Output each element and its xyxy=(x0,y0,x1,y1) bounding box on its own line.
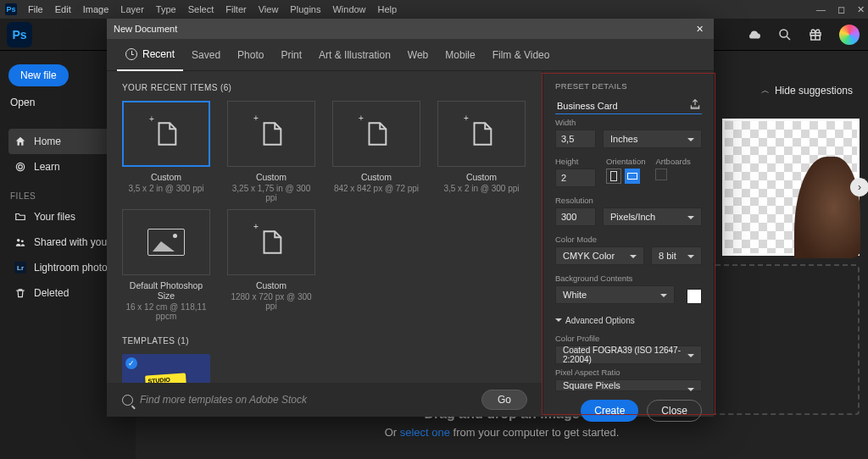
save-preset-icon[interactable] xyxy=(688,97,702,111)
nav-learn-label: Learn xyxy=(34,161,60,173)
orientation-portrait[interactable] xyxy=(606,169,621,184)
tab-art[interactable]: Art & Illustration xyxy=(310,39,399,71)
resolution-unit-select[interactable]: Pixels/Inch xyxy=(603,207,702,226)
artboards-checkbox[interactable] xyxy=(655,169,667,180)
create-button[interactable]: Create xyxy=(581,400,638,422)
preset-title: Custom xyxy=(122,172,210,182)
color-profile-label: Color Profile xyxy=(555,334,702,343)
search-icon[interactable] xyxy=(776,26,793,43)
menu-file[interactable]: File xyxy=(22,4,49,14)
template-search-go-button[interactable]: Go xyxy=(481,390,527,410)
resolution-input[interactable] xyxy=(555,207,596,226)
svg-point-5 xyxy=(17,239,20,242)
menu-filter[interactable]: Filter xyxy=(220,4,252,14)
templates-heading: TEMPLATES (1) xyxy=(122,336,534,346)
suggestion-thumbnail[interactable]: › xyxy=(722,119,860,256)
height-input[interactable] xyxy=(555,169,596,187)
window-maximize-icon[interactable]: ◻ xyxy=(837,4,845,15)
recent-preset-3[interactable]: +Custom3,5 x 2 in @ 300 ppi xyxy=(437,101,526,202)
color-mode-select[interactable]: CMYK Color xyxy=(555,246,644,265)
dialog-title: New Document xyxy=(114,24,177,34)
window-controls: — ◻ ✕ xyxy=(816,0,865,19)
color-profile-select[interactable]: Coated FOGRA39 (ISO 12647-2:2004) xyxy=(555,346,702,364)
dialog-close-icon[interactable]: ✕ xyxy=(692,21,707,36)
files-deleted-label: Deleted xyxy=(34,287,69,299)
tab-film[interactable]: Film & Video xyxy=(484,39,559,71)
background-swatch[interactable] xyxy=(687,289,702,304)
svg-point-6 xyxy=(21,240,24,242)
ps-mini-icon: Ps xyxy=(5,3,17,15)
dialog-titlebar: New Document ✕ xyxy=(107,19,714,39)
gift-icon[interactable] xyxy=(807,26,824,43)
user-avatar[interactable] xyxy=(839,25,860,45)
menu-edit[interactable]: Edit xyxy=(49,4,77,14)
artboards-label: Artboards xyxy=(655,157,690,166)
os-menubar: Ps File Edit Image Layer Type Select Fil… xyxy=(0,0,868,19)
width-unit-select[interactable]: Inches xyxy=(603,130,702,148)
document-preset-icon xyxy=(362,119,391,148)
bit-depth-select[interactable]: 8 bit xyxy=(651,246,702,265)
orientation-landscape[interactable] xyxy=(625,169,640,184)
color-mode-label: Color Mode xyxy=(555,235,702,244)
recent-preset-5[interactable]: +Custom1280 x 720 px @ 300 ppi xyxy=(227,209,315,321)
tab-photo[interactable]: Photo xyxy=(229,39,272,71)
image-preset-icon xyxy=(147,229,185,256)
window-minimize-icon[interactable]: — xyxy=(816,4,826,14)
menu-window[interactable]: Window xyxy=(326,4,371,14)
advanced-options-toggle[interactable]: Advanced Options xyxy=(555,316,702,325)
menu-plugins[interactable]: Plugins xyxy=(284,4,326,14)
pixel-aspect-label: Pixel Aspect Ratio xyxy=(555,368,702,377)
background-select[interactable]: White xyxy=(555,285,675,304)
new-file-button[interactable]: New file xyxy=(8,64,69,86)
tab-web[interactable]: Web xyxy=(399,39,437,71)
menu-help[interactable]: Help xyxy=(372,4,403,14)
preset-subtitle: 3,25 x 1,75 in @ 300 ppi xyxy=(227,184,315,202)
height-label: Height xyxy=(555,157,596,166)
recent-preset-1[interactable]: +Custom3,25 x 1,75 in @ 300 ppi xyxy=(227,101,315,202)
recent-preset-0[interactable]: +Custom3,5 x 2 in @ 300 ppi xyxy=(122,101,210,202)
menu-image[interactable]: Image xyxy=(77,4,115,14)
close-button[interactable]: Close xyxy=(647,400,702,422)
recent-items-grid: +Custom3,5 x 2 in @ 300 ppi+Custom3,25 x… xyxy=(122,101,534,321)
tab-print[interactable]: Print xyxy=(272,39,310,71)
cloud-icon[interactable] xyxy=(746,26,763,43)
recent-preset-2[interactable]: +Custom842 x 842 px @ 72 ppi xyxy=(332,101,420,202)
tab-saved[interactable]: Saved xyxy=(183,39,229,71)
menu-view[interactable]: View xyxy=(253,4,285,14)
width-input[interactable] xyxy=(555,130,596,148)
preset-subtitle: 16 x 12 cm @ 118,11 ppcm xyxy=(122,302,210,321)
recent-preset-4[interactable]: Default Photoshop Size16 x 12 cm @ 118,1… xyxy=(122,209,210,321)
shared-icon xyxy=(14,235,27,249)
dialog-tabs: Recent Saved Photo Print Art & Illustrat… xyxy=(107,39,714,71)
hide-suggestions-label: Hide suggestions xyxy=(775,85,853,97)
preset-subtitle: 842 x 842 px @ 72 ppi xyxy=(332,184,420,193)
template-search-placeholder: Find more templates on Adobe Stock xyxy=(140,394,307,406)
tab-recent[interactable]: Recent xyxy=(117,39,183,71)
pixel-aspect-select[interactable]: Square Pixels xyxy=(555,379,702,391)
svg-point-0 xyxy=(780,30,787,37)
svg-point-3 xyxy=(19,165,23,169)
preset-subtitle: 1280 x 720 px @ 300 ppi xyxy=(227,292,315,311)
search-magnifier-icon xyxy=(122,395,133,406)
template-business-card[interactable]: ✓ STUDIO NAME xyxy=(122,354,210,383)
preset-title: Custom xyxy=(227,280,315,290)
files-your-files-label: Your files xyxy=(34,211,75,223)
preset-title: Default Photoshop Size xyxy=(122,280,210,301)
home-icon xyxy=(14,135,27,148)
hide-suggestions-button[interactable]: ︿ Hide suggestions xyxy=(761,85,853,97)
window-close-icon[interactable]: ✕ xyxy=(857,4,865,15)
document-preset-icon xyxy=(257,228,286,257)
tab-mobile[interactable]: Mobile xyxy=(437,39,483,71)
select-one-link[interactable]: select one xyxy=(400,426,450,439)
templates-grid: ✓ STUDIO NAME xyxy=(122,354,534,383)
document-preset-icon xyxy=(257,119,286,148)
menu-layer[interactable]: Layer xyxy=(114,4,150,14)
recent-items-heading: YOUR RECENT ITEMS (6) xyxy=(122,83,534,92)
preset-name-input[interactable] xyxy=(555,97,702,114)
files-lightroom-label: Lightroom photos xyxy=(34,262,113,274)
menu-select[interactable]: Select xyxy=(182,4,220,14)
next-suggestion-icon[interactable]: › xyxy=(850,178,868,196)
preset-title: Custom xyxy=(332,172,420,182)
template-search-input[interactable]: Find more templates on Adobe Stock xyxy=(122,394,473,406)
menu-type[interactable]: Type xyxy=(150,4,182,14)
